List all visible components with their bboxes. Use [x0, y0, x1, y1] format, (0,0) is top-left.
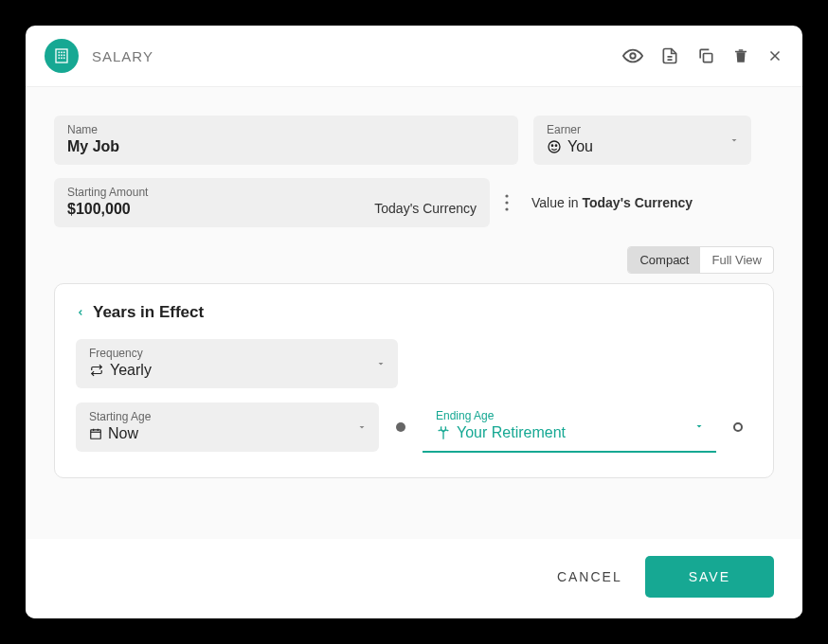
- note-icon[interactable]: [660, 46, 679, 65]
- name-value: My Job: [67, 138, 505, 155]
- card-title: Years in Effect: [93, 303, 204, 322]
- chevron-down-icon: [356, 421, 368, 433]
- compact-toggle[interactable]: Compact: [628, 247, 700, 273]
- frequency-field[interactable]: Frequency Yearly: [76, 339, 398, 388]
- frequency-row: Frequency Yearly: [76, 339, 752, 388]
- modal-footer: CANCEL SAVE: [26, 539, 802, 618]
- chevron-down-icon: [375, 358, 387, 369]
- svg-point-12: [549, 141, 560, 152]
- modal-body: Name My Job Earner You Starting Amount: [26, 87, 802, 539]
- calendar-icon: [89, 427, 102, 440]
- svg-point-14: [555, 145, 556, 146]
- frequency-label: Frequency: [89, 347, 385, 360]
- svg-rect-9: [63, 58, 65, 60]
- chevron-left-icon[interactable]: [76, 305, 85, 320]
- full-view-toggle[interactable]: Full View: [700, 247, 773, 273]
- name-field[interactable]: Name My Job: [54, 116, 518, 165]
- building-icon: [45, 39, 79, 73]
- view-toggle-group: Compact Full View: [627, 246, 774, 274]
- svg-point-15: [505, 194, 508, 197]
- svg-point-13: [551, 145, 552, 146]
- name-earner-row: Name My Job Earner You: [54, 116, 774, 165]
- person-icon: [547, 139, 562, 154]
- ending-age-label: Ending Age: [436, 409, 703, 422]
- kebab-menu-icon[interactable]: [501, 194, 513, 211]
- svg-rect-6: [63, 55, 65, 57]
- eye-icon[interactable]: [622, 45, 643, 66]
- ending-age-field[interactable]: Ending Age Your Retirement: [423, 402, 716, 453]
- svg-rect-1: [59, 52, 61, 54]
- salary-modal: SALARY Name My Job: [26, 26, 802, 618]
- cancel-button[interactable]: CANCEL: [557, 569, 622, 584]
- view-toggle: Compact Full View: [54, 246, 774, 274]
- copy-icon[interactable]: [696, 46, 715, 65]
- trash-icon[interactable]: [732, 46, 749, 65]
- repeat-icon: [89, 364, 104, 377]
- starting-amount-field[interactable]: Starting Amount $100,000 Today's Currenc…: [54, 178, 490, 227]
- svg-rect-8: [61, 58, 63, 60]
- palm-icon: [436, 425, 451, 440]
- starting-age-value: Now: [89, 425, 366, 442]
- svg-rect-7: [59, 58, 61, 60]
- close-icon[interactable]: [766, 47, 783, 64]
- name-label: Name: [67, 123, 505, 136]
- card-header: Years in Effect: [76, 303, 752, 322]
- earner-value: You: [547, 138, 738, 155]
- ending-age-value: Your Retirement: [436, 424, 703, 441]
- currency-tag: Today's Currency: [374, 201, 477, 216]
- svg-rect-4: [59, 55, 61, 57]
- chevron-down-icon: [729, 134, 740, 146]
- starting-age-field[interactable]: Starting Age Now: [76, 402, 379, 452]
- svg-point-10: [630, 53, 636, 59]
- end-dot-indicator: [733, 422, 743, 432]
- amount-label: Starting Amount: [67, 186, 477, 199]
- svg-rect-11: [704, 54, 712, 63]
- header-actions: [622, 45, 783, 66]
- modal-header: SALARY: [26, 26, 802, 87]
- amount-row: Starting Amount $100,000 Today's Currenc…: [54, 178, 774, 227]
- save-button[interactable]: SAVE: [645, 556, 774, 598]
- earner-field[interactable]: Earner You: [533, 116, 751, 165]
- svg-rect-3: [63, 52, 65, 54]
- starting-age-label: Starting Age: [89, 410, 366, 423]
- svg-point-16: [505, 201, 508, 204]
- start-dot-indicator: [396, 422, 405, 432]
- svg-rect-2: [61, 52, 63, 54]
- earner-label: Earner: [547, 123, 738, 136]
- chevron-down-icon: [693, 420, 705, 432]
- age-range-row: Starting Age Now Ending Age: [76, 402, 752, 453]
- header-title-group: SALARY: [45, 39, 622, 73]
- modal-title: SALARY: [92, 48, 153, 64]
- years-in-effect-card: Years in Effect Frequency Yearly: [54, 283, 774, 478]
- svg-rect-18: [91, 430, 101, 438]
- frequency-value: Yearly: [89, 362, 385, 379]
- value-in-text: Value in Today's Currency: [531, 195, 693, 210]
- svg-point-17: [505, 207, 508, 210]
- svg-rect-5: [61, 55, 63, 57]
